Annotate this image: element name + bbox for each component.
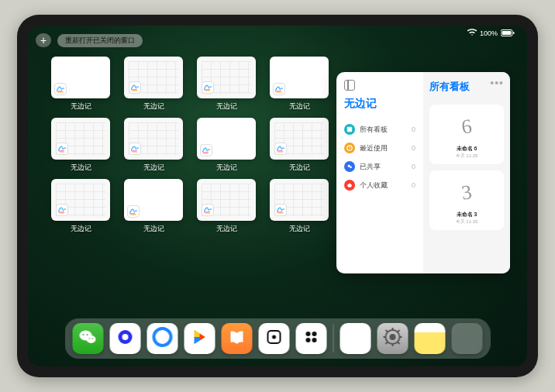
board-preview: 6 [443,106,491,147]
window-grid: 无边记 无边记 无边记 无边记 无边记 无边记 无边记 无边记 [50,57,329,234]
freeform-app-icon [274,143,287,155]
ipad-frame: 100% + 重新打开已关闭的窗口 无边记 无边记 无边记 无边记 无边记 [17,15,538,377]
freeform-app-icon [274,204,287,216]
thumb-preview [124,179,183,221]
thumb-label: 无边记 [143,101,164,112]
freeform-app-icon [200,144,212,156]
reopen-closed-window-button[interactable]: 重新打开已关闭的窗口 [57,34,143,47]
thumb-label: 无边记 [71,224,91,234]
filter-label: 最近使用 [360,143,388,153]
dock [65,318,491,359]
new-window-button[interactable]: + [36,33,51,47]
thumb-preview [270,118,329,160]
dock-app-qq[interactable] [147,323,178,354]
svg-line-30 [398,330,400,332]
panel-boards: 所有看板 6 未命名 6 今天 11:25 3 未命名 3 今天 11:25 [423,72,510,273]
dock-app-notes[interactable] [415,323,446,354]
filter-所有看板[interactable]: 所有看板 0 [344,120,415,139]
svg-line-29 [398,342,400,344]
board-card[interactable]: 3 未命名 3 今天 11:25 [429,170,504,230]
window-thumbnail[interactable]: 无边记 [195,118,257,173]
books-icon [229,328,246,349]
thumb-preview [124,118,183,160]
freeform-app-icon [273,83,285,95]
window-thumbnail[interactable]: 无边记 [268,179,330,234]
window-thumbnail[interactable]: 无边记 [122,179,184,234]
freeform-app-icon [129,81,141,94]
thumb-label: 无边记 [143,224,164,234]
dice-icon [266,328,283,349]
thumb-label: 无边记 [216,224,237,234]
svg-line-31 [386,342,388,344]
svg-point-18 [306,332,311,336]
thumb-preview [51,179,110,221]
svg-point-8 [87,335,96,343]
wechat-icon [78,327,98,350]
screen: 100% + 重新打开已关闭的窗口 无边记 无边记 无边记 无边记 无边记 [28,26,527,366]
battery-label: 100% [480,29,498,37]
board-date: 今天 11:25 [456,153,478,160]
svg-rect-2 [513,32,515,34]
freeform-app-icon [127,205,140,218]
thumb-label: 无边记 [289,163,310,173]
dock-app-folder[interactable] [452,323,483,354]
thumb-label: 无边记 [289,101,310,112]
dock-app-dots4[interactable] [296,323,327,354]
window-thumbnail[interactable]: 无边记 [268,118,330,173]
status-bar: 100% [467,29,515,38]
window-thumbnail[interactable]: 无边记 [122,118,184,173]
dock-app-settings[interactable] [377,323,408,354]
filter-icon [344,161,355,172]
freeform-panel[interactable]: ••• 无边记 所有看板 0 最近使用 0 已共享 0 个人收藏 0 所有 [336,72,510,273]
more-icon[interactable]: ••• [490,77,504,89]
window-thumbnail[interactable]: 无边记 [50,118,112,173]
svg-line-28 [386,330,388,332]
panel-app-title: 无边记 [344,97,415,111]
filter-个人收藏[interactable]: 个人收藏 0 [344,176,415,194]
svg-point-19 [312,332,317,336]
window-thumbnail[interactable]: 无边记 [268,57,330,112]
freeform-app-icon [202,81,214,94]
filter-最近使用[interactable]: 最近使用 0 [344,139,415,157]
sidebar-toggle-icon[interactable] [344,80,355,91]
window-thumbnail[interactable]: 无边记 [50,57,112,112]
dock-app-quark[interactable] [110,323,141,354]
svg-rect-1 [502,31,512,35]
filter-icon [344,124,355,135]
svg-point-12 [92,338,94,339]
thumb-preview [270,57,329,98]
filter-已共享[interactable]: 已共享 0 [344,157,415,176]
freeform-app-icon [129,143,141,155]
dock-app-freeform[interactable] [340,323,371,354]
dock-app-wechat[interactable] [73,323,104,354]
thumb-preview [270,179,329,221]
board-date: 今天 11:25 [456,218,478,225]
board-preview: 3 [443,172,491,213]
dock-app-play[interactable] [184,323,215,354]
window-thumbnail[interactable]: 无边记 [195,179,257,234]
freeform-app-icon [54,83,67,95]
filter-count: 0 [412,126,415,133]
quark-icon [115,327,136,350]
play-icon [190,327,210,350]
filter-count: 0 [412,181,415,189]
filter-icon [344,143,355,153]
battery-icon [501,29,515,38]
settings-icon [383,327,403,350]
svg-point-6 [350,167,352,169]
svg-point-5 [348,165,350,167]
panel-sidebar: 无边记 所有看板 0 最近使用 0 已共享 0 个人收藏 0 [336,72,423,273]
thumb-preview [197,57,256,98]
filter-label: 个人收藏 [360,181,388,191]
window-thumbnail[interactable]: 无边记 [195,57,257,112]
window-thumbnail[interactable]: 无边记 [50,179,112,234]
topbar: + 重新打开已关闭的窗口 [36,33,143,47]
thumb-preview [124,57,183,98]
qq-icon [152,326,174,351]
dock-app-dice[interactable] [259,323,290,354]
thumb-preview [197,179,256,221]
svg-point-23 [390,334,396,340]
board-card[interactable]: 6 未命名 6 今天 11:25 [429,105,504,164]
dock-app-books[interactable] [222,323,253,354]
window-thumbnail[interactable]: 无边记 [122,57,184,112]
